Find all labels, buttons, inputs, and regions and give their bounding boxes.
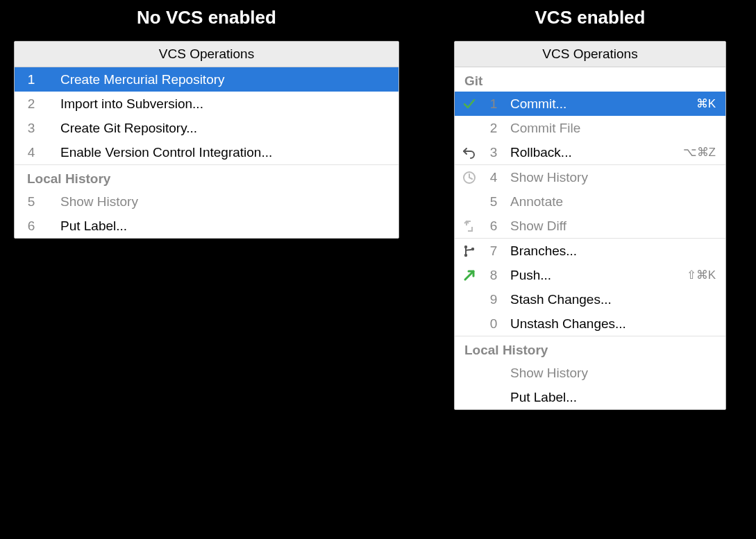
menu-item-label: Unstash Changes...: [510, 316, 716, 332]
menu-item-show-diff[interactable]: 6 Show Diff: [455, 214, 725, 238]
menu-item-number: 1: [15, 72, 60, 87]
menu-item-number: 4: [484, 170, 510, 185]
menu-item-label: Put Label...: [510, 390, 716, 405]
menu-item-label: Branches...: [510, 243, 716, 259]
menu-item-put-label[interactable]: 6 Put Label...: [15, 214, 398, 238]
menu-item-number: 4: [15, 145, 60, 160]
menu-item-number: 1: [484, 96, 510, 112]
menu-item-put-label[interactable]: Put Label...: [455, 385, 725, 409]
menu-item-branches[interactable]: 7 Branches...: [455, 239, 725, 263]
menu-item-push[interactable]: 8 Push... ⇧⌘K: [455, 263, 725, 287]
menu-item-number: 6: [15, 219, 60, 234]
menu-item-label: Enable Version Control Integration...: [60, 145, 389, 160]
menu-item-number: 5: [15, 194, 60, 209]
menu-item-label: Show History: [60, 194, 389, 209]
menu-item-stash[interactable]: 9 Stash Changes...: [455, 287, 725, 311]
menu-item-number: 3: [484, 145, 510, 160]
menu-item-label: Show History: [510, 170, 716, 185]
menu-item-create-git[interactable]: 3 Create Git Repository...: [15, 116, 398, 140]
menu-item-shortcut: ⌥⌘Z: [676, 145, 716, 160]
menu-item-shortcut: ⌘K: [689, 96, 716, 111]
menu-item-label: Show History: [510, 366, 716, 381]
popup-title: VCS Operations: [455, 42, 725, 67]
menu-item-number: 7: [484, 243, 510, 259]
check-icon: [455, 97, 484, 111]
branch-icon: [455, 244, 484, 258]
menu-item-label: Create Mercurial Repository: [60, 72, 389, 87]
menu-item-number: 9: [484, 292, 510, 307]
undo-icon: [455, 146, 484, 160]
menu-item-label: Import into Subversion...: [60, 96, 389, 112]
menu-item-label: Stash Changes...: [510, 292, 716, 307]
menu-item-label: Create Git Repository...: [60, 121, 389, 136]
left-header: No VCS enabled: [14, 7, 399, 28]
menu-item-label: Commit...: [510, 96, 689, 112]
menu-item-commit-file[interactable]: 2 Commit File: [455, 116, 725, 140]
menu-item-create-mercurial[interactable]: 1 Create Mercurial Repository: [15, 67, 398, 92]
menu-item-label: Rollback...: [510, 145, 676, 160]
menu-item-show-history[interactable]: 5 Show History: [15, 189, 398, 214]
menu-item-number: 8: [484, 268, 510, 283]
menu-item-show-history[interactable]: Show History: [455, 361, 725, 385]
menu-item-commit[interactable]: 1 Commit... ⌘K: [455, 92, 725, 116]
menu-item-enable-vcs[interactable]: 4 Enable Version Control Integration...: [15, 140, 398, 164]
menu-item-number: 2: [15, 96, 60, 112]
menu-item-number: 6: [484, 219, 510, 234]
section-local-history: Local History: [455, 336, 725, 361]
menu-item-shortcut: ⇧⌘K: [680, 268, 716, 282]
clock-icon: [455, 171, 484, 185]
menu-item-rollback[interactable]: 3 Rollback... ⌥⌘Z: [455, 140, 725, 164]
menu-item-number: 3: [15, 121, 60, 136]
section-git: Git: [455, 67, 725, 92]
menu-item-label: Push...: [510, 268, 680, 283]
menu-item-label: Annotate: [510, 194, 716, 209]
menu-item-number: 0: [484, 316, 510, 332]
popup-title: VCS Operations: [15, 42, 398, 67]
svg-point-1: [464, 245, 467, 248]
diff-icon: [455, 219, 484, 233]
menu-item-import-svn[interactable]: 2 Import into Subversion...: [15, 92, 398, 116]
svg-point-2: [464, 253, 467, 256]
menu-item-unstash[interactable]: 0 Unstash Changes...: [455, 311, 725, 336]
push-icon: [455, 268, 484, 282]
vcs-popup-no-vcs: VCS Operations 1 Create Mercurial Reposi…: [14, 41, 399, 239]
menu-item-show-history[interactable]: 4 Show History: [455, 165, 725, 189]
menu-item-label: Commit File: [510, 121, 716, 136]
section-local-history: Local History: [15, 164, 398, 189]
menu-item-label: Show Diff: [510, 219, 716, 234]
menu-item-number: 5: [484, 194, 510, 209]
menu-item-label: Put Label...: [60, 219, 389, 234]
menu-item-annotate[interactable]: 5 Annotate: [455, 189, 725, 214]
right-header: VCS enabled: [454, 7, 726, 28]
vcs-popup-vcs-enabled: VCS Operations Git 1 Commit... ⌘K 2 Comm…: [454, 41, 726, 410]
menu-item-number: 2: [484, 121, 510, 136]
